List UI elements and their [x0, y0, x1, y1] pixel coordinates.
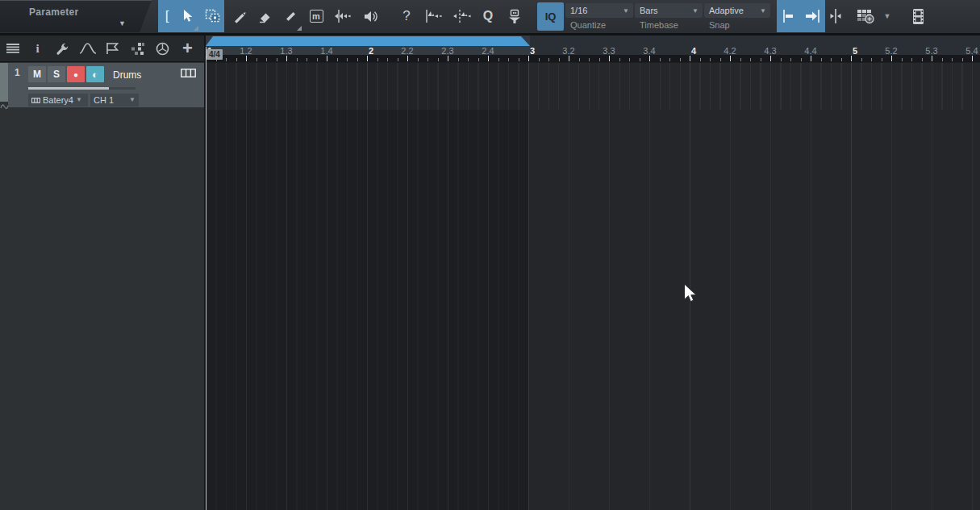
snap-value-box[interactable]: Adaptive ▼ [704, 3, 770, 18]
eraser-tool-button[interactable] [252, 0, 277, 32]
ruler-tick [589, 58, 590, 61]
ruler-tick [579, 58, 580, 61]
channel-selector[interactable]: CH 1 ▼ [90, 94, 139, 107]
pencil-icon [284, 10, 298, 23]
empty-grid-loop-region[interactable] [206, 110, 528, 510]
ruler-tick [599, 58, 600, 61]
quantize-dropdown[interactable]: 1/16 ▼ Quantize [565, 3, 633, 32]
track-lane[interactable] [528, 63, 980, 110]
timeline-ruler[interactable]: 11.21.31.422.22.32.433.23.33.444.24.34.4… [206, 36, 980, 62]
pattern-mode-button[interactable] [125, 37, 150, 60]
ruler-tick [458, 58, 459, 61]
marker-button[interactable] [100, 37, 125, 60]
ruler-tick [750, 58, 751, 61]
ruler-tick [861, 58, 862, 61]
bar-anchor-icon [782, 9, 796, 23]
arrow-tool-button[interactable] [176, 0, 200, 32]
arrangement-grid[interactable] [206, 62, 980, 510]
ruler-tick [528, 56, 529, 61]
monitor-button[interactable]: ◐ [86, 66, 104, 82]
ruler-tick [609, 56, 610, 61]
transform-tool-button[interactable] [200, 0, 224, 32]
question-action-button[interactable]: ? [394, 0, 419, 32]
parameter-label: Parameter [29, 6, 78, 18]
keyboard-mini-icon [31, 98, 40, 103]
snap-dropdown[interactable]: Adaptive ▼ Snap [704, 3, 770, 32]
mute-button[interactable]: M [28, 66, 46, 82]
parameter-selector[interactable]: Parameter ▼ [0, 0, 152, 32]
timebase-dropdown[interactable]: Bars ▼ Timebase [635, 3, 703, 32]
timer-button[interactable] [150, 37, 175, 60]
ruler-tick [559, 58, 560, 61]
record-arm-button[interactable]: ● [67, 66, 85, 82]
ruler-tick [781, 58, 782, 61]
ruler-tick [307, 58, 307, 61]
menu-button[interactable] [0, 37, 25, 60]
track-list-panel: 1 M S ● ◐ Drums Batery [0, 62, 206, 510]
snap-to-grid-button[interactable] [782, 9, 796, 23]
ruler-tick [619, 58, 620, 61]
ruler-tick [902, 58, 903, 61]
arrow-cursor-icon [182, 9, 194, 23]
ruler-tick [286, 56, 287, 61]
humanize-action-button[interactable] [500, 0, 529, 32]
audio-bend-add-button[interactable] [419, 0, 448, 32]
quantize-value-box[interactable]: 1/16 ▼ [565, 3, 633, 18]
ruler-tick [660, 58, 661, 61]
timebase-value-box[interactable]: Bars ▼ [635, 3, 703, 18]
loop-range-bar[interactable] [206, 36, 530, 46]
split-divider-button[interactable] [825, 0, 846, 32]
automation-button[interactable] [75, 37, 100, 60]
chevron-down-icon: ▼ [884, 12, 891, 20]
info-button[interactable]: i [25, 37, 50, 60]
ruler-tick [932, 56, 932, 61]
hamburger-menu-icon [6, 43, 20, 54]
quantize-action-button[interactable]: Q [476, 0, 500, 32]
ruler-tick [256, 58, 257, 61]
instrument-keyboard-icon[interactable] [181, 69, 196, 77]
ruler-tick [851, 56, 852, 61]
main-toolbar: Parameter ▼ [ [0, 0, 980, 36]
audio-bend-remove-button[interactable] [448, 0, 476, 32]
split-view-group [825, 0, 846, 32]
mute-tool-button[interactable]: m [303, 0, 329, 32]
track-lane-loop-region[interactable] [206, 63, 528, 110]
ruler-tick [871, 58, 872, 61]
bend-tool-button[interactable] [329, 0, 357, 32]
track-color-gutter[interactable] [0, 63, 8, 102]
playhead-line[interactable] [206, 47, 206, 510]
tool-cluster-selected: [ [158, 0, 224, 32]
solo-button[interactable]: S [48, 66, 65, 82]
ruler-tick [649, 56, 650, 61]
track-header-drums[interactable]: 1 M S ● ◐ Drums Batery [8, 63, 204, 107]
add-track-button[interactable]: + [175, 37, 200, 60]
flag-icon [106, 42, 119, 55]
add-pattern-button[interactable] [852, 0, 879, 32]
ruler-tick [347, 58, 348, 61]
ruler-tick [891, 56, 892, 61]
pattern-dropdown-button[interactable]: ▼ [879, 0, 895, 32]
instrument-selector[interactable]: Batery4 ▼ [28, 94, 88, 107]
ruler-tick [498, 58, 499, 61]
input-quantize-toggle[interactable]: IQ [537, 2, 564, 31]
ruler-tick [942, 58, 943, 61]
ruler-tick [962, 58, 963, 61]
setup-button[interactable] [50, 37, 75, 60]
autoscroll-toggle-group [777, 0, 825, 32]
range-tool-button[interactable]: [ [158, 0, 176, 32]
quantize-label: Quantize [570, 20, 606, 30]
ruler-tick [569, 56, 569, 61]
empty-grid[interactable] [528, 110, 980, 510]
ruler-tick [882, 58, 882, 61]
ruler-tick [629, 58, 630, 61]
arrow-to-bar-icon [805, 9, 821, 23]
pencil-tool-button[interactable] [277, 0, 303, 32]
volume-slider[interactable] [28, 87, 136, 90]
wrench-icon [56, 42, 69, 56]
paint-tool-button[interactable] [226, 0, 252, 32]
film-view-button[interactable] [905, 0, 931, 32]
listen-tool-button[interactable] [357, 0, 386, 32]
ruler-tick [519, 58, 519, 61]
chevron-down-icon: ▼ [119, 19, 126, 27]
autoscroll-button[interactable] [805, 9, 821, 23]
